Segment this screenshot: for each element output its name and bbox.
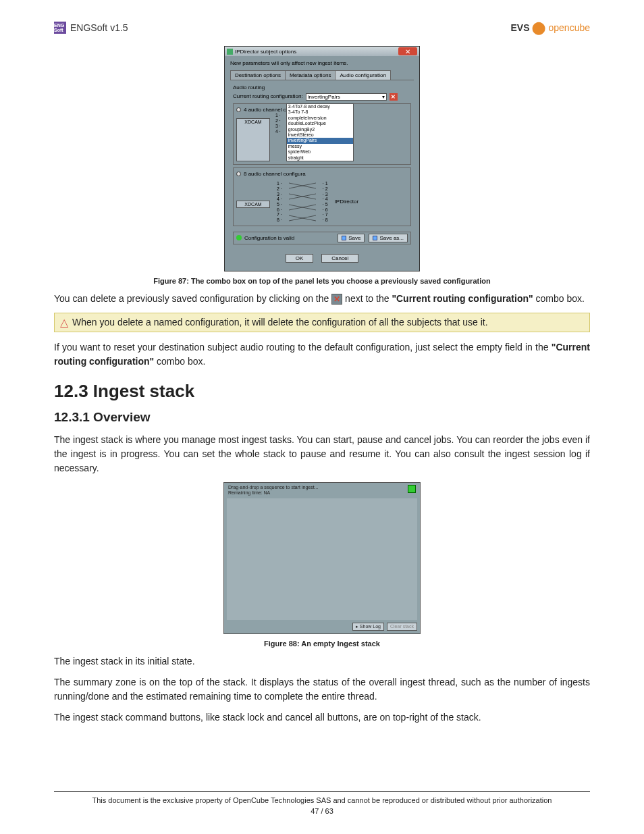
list-item[interactable]: invertStereo	[287, 132, 353, 138]
dialog-notice: New parameters will only affect new inge…	[230, 60, 414, 66]
delete-x-icon: ✕	[331, 294, 342, 305]
page-footer: This document is the exclusive property …	[54, 791, 590, 815]
cancel-button[interactable]: Cancel	[321, 254, 358, 263]
combo-value: invertingPairs	[308, 94, 340, 100]
save-as-button[interactable]: Save as...	[369, 234, 408, 242]
ipdirector-label: IPDirector	[335, 199, 359, 205]
figure-87-caption: Figure 87: The combo box on top of the p…	[54, 277, 590, 285]
eight-channel-group: 8 audio channel configura XDCAM 1 ·2 ·3 …	[233, 167, 411, 226]
disk-icon	[373, 236, 377, 240]
save-button[interactable]: Save	[338, 234, 365, 242]
paragraph-reset-config: If you want to reset your destination su…	[54, 340, 590, 369]
stack-lock-button[interactable]	[408, 485, 416, 493]
list-item-selected[interactable]: invertingPairs	[287, 138, 353, 143]
ok-button[interactable]: OK	[286, 254, 314, 263]
show-log-button[interactable]: ▸ Show Log	[352, 623, 384, 631]
ingest-stack-panel: Drag-and-drop a sequence to start ingest…	[223, 482, 421, 634]
tab-destination-options[interactable]: Destination options	[230, 70, 286, 80]
list-item[interactable]: messy	[287, 144, 353, 149]
validation-row: Configuration is valid Save Save as...	[233, 232, 411, 244]
tab-audio-configuration[interactable]: Audio configuration	[335, 70, 391, 80]
engsoft-logo-icon: ENG Soft	[54, 22, 66, 34]
dst-channels: · 1· 2· 3· 4· 5· 6· 7· 8	[323, 181, 328, 223]
list-item[interactable]: completeInversion	[287, 115, 353, 121]
paragraph-command-buttons: The ingest stack command buttons, like s…	[54, 710, 590, 725]
header-right: EVS ⬤ opencube	[510, 20, 590, 35]
audio-config-panel: Audio routing Current routing configurat…	[230, 80, 414, 249]
xdcam-button-4[interactable]: XDCAM	[236, 118, 270, 161]
paragraph-delete-config: You can delete a previously saved config…	[54, 292, 590, 306]
tab-metadata-options[interactable]: Metadata options	[285, 70, 336, 80]
dialog-icon	[227, 49, 233, 55]
radio-8ch[interactable]	[236, 172, 241, 176]
list-item[interactable]: 3-4To7-8 and decay	[287, 104, 353, 109]
page-header: ENG Soft ENGSoft v1.5 EVS ⬤ opencube	[54, 20, 590, 35]
warning-box: △ When you delete a named configuration,…	[54, 313, 590, 332]
current-routing-label: Current routing configuration:	[233, 93, 303, 99]
radio-4ch[interactable]	[236, 107, 241, 112]
valid-indicator-icon	[236, 235, 242, 240]
routing-lines-icon	[289, 181, 316, 223]
stack-empty-area[interactable]	[227, 498, 417, 620]
list-item[interactable]: straight	[287, 155, 353, 161]
four-channel-group: 4 audio channel configura XDCAM 1 ·2 ·3 …	[233, 103, 411, 165]
src-channels: 1 ·2 ·3 ·4 ·5 ·6 ·7 ·8 ·	[277, 181, 282, 223]
close-icon[interactable]: ✕	[398, 47, 417, 55]
stack-remaining-time: Remaining time: NA	[228, 490, 318, 496]
disk-icon	[342, 236, 346, 240]
xdcam-button-8[interactable]: XDCAM	[236, 201, 270, 208]
routing-dropdown-list[interactable]: 3-4To7-8 and decay 3-4To 7-8 completeInv…	[286, 103, 354, 161]
heading-ingest-stack: 12.3 Ingest stack	[54, 381, 590, 402]
evs-brand: EVS	[510, 22, 529, 33]
warning-triangle-icon: △	[60, 316, 68, 329]
page-number: 47 / 63	[54, 807, 590, 815]
paragraph-summary-zone: The summary zone is on the top of the st…	[54, 675, 590, 704]
clear-stack-button[interactable]: Clear stack	[387, 623, 417, 631]
header-title: ENGSoft v1.5	[70, 22, 128, 33]
opencube-swoosh-icon: ⬤	[532, 20, 545, 35]
dialog-titlebar[interactable]: IPDirector subject options ✕	[225, 47, 419, 56]
warning-text: When you delete a named configuration, i…	[72, 317, 488, 328]
header-left: ENG Soft ENGSoft v1.5	[54, 22, 128, 34]
list-item[interactable]: 3-4To 7-8	[287, 109, 353, 115]
dialog-title: IPDirector subject options	[235, 49, 296, 55]
dialog-tabs: Destination options Metadata options Aud…	[230, 70, 414, 80]
list-item[interactable]: groupingBy2	[287, 127, 353, 132]
footer-text: This document is the exclusive property …	[54, 796, 590, 804]
ipdirector-options-dialog: IPDirector subject options ✕ New paramet…	[224, 46, 420, 271]
stack-hint: Drag-and-drop a sequence to start ingest…	[228, 485, 318, 490]
paragraph-overview: The ingest stack is where you manage mos…	[54, 433, 590, 475]
list-item[interactable]: spiderWeb	[287, 149, 353, 155]
heading-overview: 12.3.1 Overview	[54, 410, 590, 425]
delete-config-button[interactable]: ✕	[390, 93, 398, 101]
routing-config-combo[interactable]: invertingPairs ▾	[306, 93, 387, 101]
figure-88-caption: Figure 88: An empty Ingest stack	[54, 640, 590, 648]
audio-routing-label: Audio routing	[233, 84, 411, 90]
paragraph-initial-state: The ingest stack in its initial state.	[54, 654, 590, 669]
valid-text: Configuration is valid	[244, 235, 294, 241]
opencube-brand: opencube	[548, 22, 590, 33]
chevron-down-icon: ▾	[382, 94, 385, 100]
list-item[interactable]: doubleLootzPique	[287, 121, 353, 126]
eight-channel-label: 8 audio channel configura	[244, 171, 306, 177]
